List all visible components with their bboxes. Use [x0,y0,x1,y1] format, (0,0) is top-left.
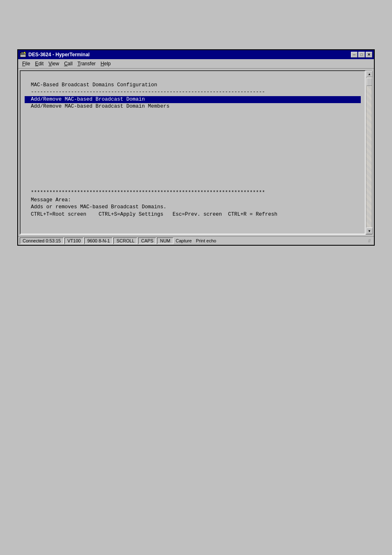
line-shortcuts: CTRL+T=Root screen CTRL+S=Apply Settings… [25,212,277,217]
menu-view[interactable]: View [46,60,62,67]
menu-file[interactable]: File [20,60,32,67]
status-print-echo: Print echo [194,238,218,244]
app-icon [20,51,26,58]
line-divider: ----------------------------------------… [25,89,265,95]
scroll-down-button[interactable]: ▼ [366,228,373,234]
status-bar: Connected 0:53:15 VT100 9600 8-N-1 SCROL… [18,236,374,245]
scrollbar: ▲ ▼ [366,70,372,235]
status-caps: CAPS [138,237,156,244]
scroll-thumb[interactable] [367,78,372,86]
scroll-track[interactable] [366,77,372,228]
line-menu2[interactable]: Add/Remove MAC-based Broadcast Domain Me… [25,104,170,109]
status-capture: Capture [174,238,194,244]
window-title: DES-3624 - HyperTerminal [28,52,90,58]
terminal-text: MAC-Based Broadcast Domains Configuratio… [25,74,361,218]
main-window: DES-3624 - HyperTerminal ─ □ ✕ File Edit… [17,49,375,246]
line-stars: ****************************************… [25,190,265,196]
status-num: NUM [157,237,173,244]
menu-bar: File Edit View Call Transfer Help [18,59,374,69]
terminal-screen[interactable]: MAC-Based Broadcast Domains Configuratio… [20,70,366,235]
resize-grip[interactable]: // [367,238,372,244]
svg-point-3 [24,52,25,53]
close-button[interactable]: ✕ [366,52,372,58]
menu-call[interactable]: Call [62,60,75,67]
line-message-label: Message Area: [25,197,71,203]
scroll-up-button[interactable]: ▲ [366,71,373,77]
menu-edit[interactable]: Edit [32,60,46,67]
menu-help[interactable]: Help [98,60,113,67]
content-area: MAC-Based Broadcast Domains Configuratio… [18,69,374,236]
title-bar: DES-3624 - HyperTerminal ─ □ ✕ [18,50,374,59]
status-connected: Connected 0:53:15 [20,237,64,244]
status-baud: 9600 8-N-1 [84,237,113,244]
line-menu1[interactable]: Add/Remove MAC-based Broadcast Domain [25,96,361,104]
menu-transfer[interactable]: Transfer [75,60,98,67]
line-title: MAC-Based Broadcast Domains Configuratio… [25,82,157,88]
status-scroll: SCROLL [113,237,137,244]
line-message-text: Adds or removes MAC-based Broadcast Doma… [25,204,166,210]
status-terminal: VT100 [65,237,83,244]
title-bar-left: DES-3624 - HyperTerminal [20,51,90,58]
minimize-button[interactable]: ─ [351,52,357,58]
maximize-button[interactable]: □ [358,52,365,58]
title-bar-buttons: ─ □ ✕ [351,52,372,58]
